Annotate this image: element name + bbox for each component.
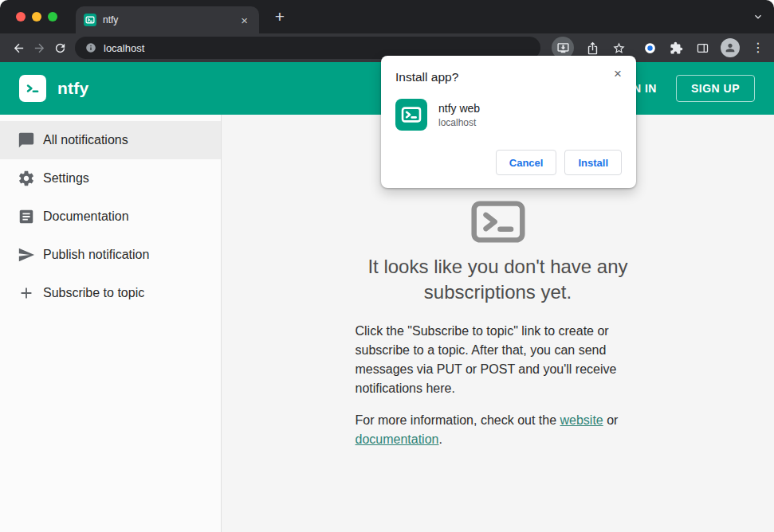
empty-state-heading: It looks like you don't have any subscri… [327,254,670,304]
reload-button[interactable] [49,37,70,58]
sidebar-item-label: Publish notification [43,248,149,262]
tab-title: ntfy [103,14,231,25]
empty-state-paragraph: Click the "Subscribe to topic" link to c… [356,322,641,398]
dialog-app-origin: localhost [438,117,480,128]
side-panel-icon[interactable] [694,37,710,58]
site-info-icon[interactable] [85,42,96,53]
sidebar-item-subscribe-to-topic[interactable]: Subscribe to topic [0,274,221,312]
article-icon [18,208,35,225]
website-link[interactable]: website [560,413,603,427]
cancel-button[interactable]: Cancel [496,150,557,175]
or-text: or [603,413,619,427]
sign-up-button[interactable]: SIGN UP [676,75,755,102]
sidebar-item-settings[interactable]: Settings [0,159,221,198]
sidebar-item-label: Documentation [43,209,129,224]
app-title: ntfy [57,79,88,98]
dialog-app-info: ntfy web localhost [438,102,480,128]
sidebar-item-documentation[interactable]: Documentation [0,198,221,236]
install-app-dialog: Install app? × ntfy web localhost Cancel… [381,56,636,188]
sidebar: All notifications Settings Documentation… [0,115,222,532]
tab-close-icon[interactable]: × [238,13,251,28]
sidebar-item-label: All notifications [43,133,128,147]
dialog-close-icon[interactable]: × [611,65,625,82]
back-button[interactable] [8,37,29,58]
ntfy-terminal-icon [471,201,525,246]
sidebar-item-label: Subscribe to topic [43,286,144,300]
ntfy-favicon-icon [84,14,96,26]
sidebar-item-label: Settings [43,171,89,186]
documentation-link[interactable]: documentation [356,432,439,446]
dialog-title: Install app? [395,70,622,84]
browser-tab[interactable]: ntfy × [76,6,259,33]
chat-bubble-icon [18,131,35,149]
browser-window: ntfy × + localhost [0,0,774,532]
sidebar-item-publish-notification[interactable]: Publish notification [0,236,221,274]
send-icon [18,246,35,264]
period-text: . [438,432,442,446]
window-controls [0,12,57,22]
extension-badge-icon[interactable] [642,37,658,58]
menu-kebab-icon[interactable]: ⋮ [750,41,766,54]
zoom-window-button[interactable] [48,12,57,22]
sidebar-item-all-notifications[interactable]: All notifications [0,121,221,159]
more-info-text: For more information, check out the [356,413,560,427]
dialog-app-row: ntfy web localhost [395,99,622,131]
tab-strip: ntfy × + [0,0,774,33]
new-tab-button[interactable]: + [270,7,289,26]
close-window-button[interactable] [16,12,26,22]
url-text: localhost [104,42,144,54]
plus-icon [18,284,35,302]
profile-avatar[interactable] [721,38,740,57]
dialog-buttons: Cancel Install [395,150,622,175]
install-button[interactable]: Install [564,150,622,175]
gear-icon [18,170,35,187]
empty-state-paragraph: For more information, check out the webs… [356,411,641,449]
ntfy-app-icon [395,99,427,131]
dialog-app-name: ntfy web [438,102,480,115]
tab-search-chevron-icon[interactable] [752,10,764,26]
extensions-puzzle-icon[interactable] [668,37,684,58]
empty-state-text: Click the "Subscribe to topic" link to c… [356,322,641,449]
minimize-window-button[interactable] [32,12,41,22]
ntfy-logo-icon [19,75,46,102]
forward-button[interactable] [29,37,49,58]
